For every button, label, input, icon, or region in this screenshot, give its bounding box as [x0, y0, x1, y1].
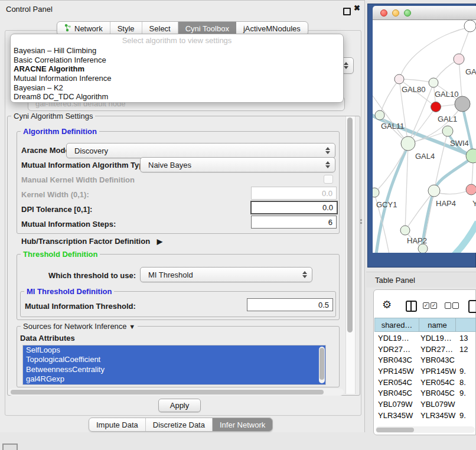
tab-impute-data[interactable]: Impute Data: [89, 418, 146, 431]
attribute-list-item[interactable]: gal4RGexp: [23, 374, 325, 384]
kernel-width-field[interactable]: 0.0: [251, 187, 337, 200]
tab-style[interactable]: Style: [110, 22, 142, 35]
dropdown-prompt: Select algorithm to view settings: [11, 34, 343, 46]
sources-group-title: Sources for Network Inference ▼: [21, 322, 138, 331]
zoom-traffic-light-icon[interactable]: [404, 9, 411, 17]
settings-hscrollbar[interactable]: [8, 389, 344, 396]
table-panel-header: Table Panel: [366, 272, 476, 288]
column-header[interactable]: [456, 318, 476, 332]
settings-scrollbar[interactable]: [345, 116, 356, 394]
table-hscrollbar-thumb[interactable]: [376, 428, 414, 432]
attribute-list-item[interactable]: BetweennessCentrality: [23, 365, 325, 374]
network-node-gcy1[interactable]: [373, 188, 379, 197]
table-hscrollbar[interactable]: [376, 426, 475, 433]
network-edge[interactable]: [462, 105, 473, 156]
close-icon[interactable]: ✖: [354, 4, 360, 12]
table-cell: YBR043C: [374, 356, 419, 364]
table-body[interactable]: YDL19…YDL19…13YDR27…YDR27…12YBR043CYBR04…: [374, 332, 476, 423]
tab-label: jActiveMNodules: [243, 24, 301, 33]
table-cell: YER054C: [374, 378, 419, 387]
tab-infer-network[interactable]: Infer Network: [213, 418, 272, 431]
table-row[interactable]: YBR043CYBR043C: [374, 354, 476, 366]
float-window-icon[interactable]: [343, 8, 351, 15]
mi-threshold-field[interactable]: 0.5: [247, 298, 333, 311]
tab-network[interactable]: Network: [57, 22, 110, 35]
tab-select[interactable]: Select: [142, 22, 178, 35]
table-row[interactable]: YDR27…YDR27…12: [374, 344, 476, 355]
dropdown-item[interactable]: ARACNE Algorithm: [11, 64, 343, 74]
close-traffic-light-icon[interactable]: [380, 9, 387, 17]
column-header[interactable]: shared…: [374, 318, 419, 332]
list-scrollbar[interactable]: [319, 347, 325, 383]
mi-steps-field[interactable]: 6: [251, 216, 337, 229]
tab-jactivemnodules[interactable]: jActiveMNodules: [236, 22, 308, 35]
tab-cyni-toolbox[interactable]: Cyni Toolbox: [178, 22, 236, 35]
aracne-mode-combobox[interactable]: Discovery: [66, 143, 335, 158]
dropdown-item[interactable]: Bayesian – K2: [11, 83, 343, 93]
node-label: GAL: [465, 67, 476, 76]
network-window-titlebar[interactable]: [373, 6, 476, 20]
collapsed-panel-button[interactable]: [2, 444, 18, 450]
which-threshold-combobox[interactable]: MI Threshold: [140, 267, 312, 282]
network-node-hap2[interactable]: [400, 226, 410, 235]
network-node-gal11[interactable]: [375, 110, 384, 120]
collapse-down-icon[interactable]: ▼: [129, 323, 135, 330]
table-row[interactable]: YPR145WYPR145W9.: [374, 366, 476, 377]
network-node-gal1[interactable]: [431, 102, 441, 112]
network-node-hap4[interactable]: [428, 185, 440, 197]
dropdown-item[interactable]: Mutual Information Inference: [11, 74, 343, 83]
network-edge[interactable]: [373, 115, 474, 156]
network-node[interactable]: [464, 20, 476, 32]
settings-scrollbar-thumb[interactable]: [347, 118, 353, 332]
table-cell: YDR27…: [374, 345, 419, 354]
data-attributes-list[interactable]: SelfLoopsTopologicalCoefficientBetweenne…: [22, 345, 326, 385]
network-node-gal[interactable]: [454, 54, 464, 64]
dropdown-item[interactable]: Bayesian – Hill Climbing: [11, 46, 343, 56]
dropdown-item[interactable]: Dream8 DC_TDC Algorithm: [11, 92, 343, 102]
network-node-gal80[interactable]: [395, 74, 404, 84]
select-all-checkbox-icon-2[interactable]: ✓: [431, 302, 437, 309]
table-row[interactable]: YDL19…YDL19…13: [374, 332, 476, 344]
network-node-gal10[interactable]: [429, 78, 438, 87]
settings-hscrollbar-thumb[interactable]: [11, 390, 324, 394]
network-edge[interactable]: [376, 145, 408, 253]
network-edge[interactable]: [453, 222, 476, 253]
network-node-gal4[interactable]: [401, 136, 415, 151]
select-all-checkbox-icon[interactable]: ✓: [423, 302, 429, 309]
splitter-grip[interactable]: [360, 219, 362, 221]
gear-icon[interactable]: ⚙: [382, 298, 392, 311]
network-node-y[interactable]: [466, 184, 476, 195]
network-edge[interactable]: [405, 145, 408, 230]
mi-type-label: Mutual Information Algorithm Type:: [21, 161, 151, 169]
deselect-all-checkbox-icon[interactable]: [445, 302, 451, 309]
manual-kernel-checkbox[interactable]: [324, 175, 333, 184]
deselect-all-checkbox-icon-2[interactable]: [452, 302, 459, 309]
apply-button[interactable]: Apply: [158, 399, 201, 412]
column-browser-icon[interactable]: [406, 301, 417, 312]
table-row[interactable]: YER054CYER054C8.: [374, 377, 476, 388]
minimize-traffic-light-icon[interactable]: [392, 9, 399, 17]
network-node[interactable]: [455, 96, 470, 112]
table-header-row[interactable]: shared…name: [374, 318, 476, 332]
table-row[interactable]: YIL052CYIL052C9: [374, 421, 476, 424]
attribute-list-item[interactable]: TopologicalCoefficient: [23, 355, 325, 364]
table-row[interactable]: YBR045CYBR045C9.: [374, 387, 476, 399]
dpi-tolerance-field[interactable]: 0.0: [250, 201, 338, 214]
network-node-swi4[interactable]: [442, 126, 453, 136]
function-builder-icon[interactable]: [468, 300, 476, 313]
expand-right-icon[interactable]: ▶: [157, 237, 162, 246]
mi-type-combobox[interactable]: Naive Bayes: [140, 157, 335, 172]
hub-definition-toggle[interactable]: Hub/Transcription Factor Definition ▶: [21, 237, 162, 246]
dropdown-item[interactable]: Basic Correlation Inference: [11, 56, 343, 65]
network-canvas[interactable]: GALGAL80GAL10GAL1GAL11SWI4GAL4GCY1HAP4YH…: [373, 20, 476, 253]
tab-discretize-data[interactable]: Discretize Data: [146, 418, 213, 431]
network-node[interactable]: [418, 244, 428, 253]
table-row[interactable]: YBL079WYBL079W: [374, 399, 476, 410]
network-graph[interactable]: GALGAL80GAL10GAL1GAL11SWI4GAL4GCY1HAP4YH…: [373, 20, 476, 253]
network-edge[interactable]: [399, 79, 433, 83]
table-row[interactable]: YLR345WYLR345W9.: [374, 410, 476, 421]
tab-label: Impute Data: [96, 420, 138, 429]
attribute-list-item[interactable]: SelfLoops: [23, 345, 325, 355]
column-header[interactable]: name: [419, 318, 456, 332]
list-scrollbar-thumb[interactable]: [319, 348, 324, 380]
